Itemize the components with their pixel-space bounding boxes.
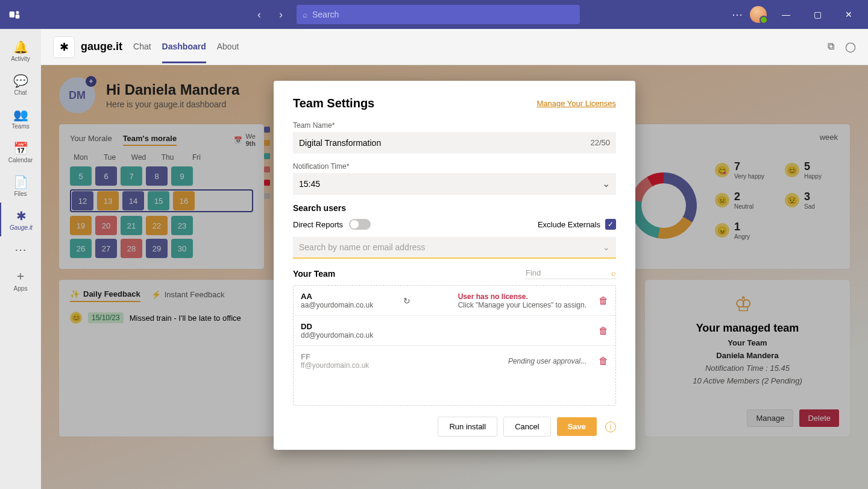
svg-rect-2 xyxy=(16,14,20,19)
gauge-app-icon: ✱ xyxy=(16,209,27,223)
titlebar: ‹ › ⌕ Search ⋯ — ▢ ✕ xyxy=(0,0,868,29)
exclude-externals-label: Exclude Externals xyxy=(538,220,600,229)
rail-files[interactable]: 📄Files xyxy=(0,169,41,203)
team-member-row: FFff@yourdomain.co.ukPending user approv… xyxy=(294,346,615,376)
bell-icon: 🔔 xyxy=(13,40,28,54)
search-placeholder: Search xyxy=(312,10,339,19)
save-button[interactable]: Save xyxy=(557,417,597,436)
svg-rect-0 xyxy=(10,11,14,17)
team-name-label: Team Name* xyxy=(293,121,616,130)
direct-reports-label: Direct Reports xyxy=(293,220,343,229)
nav-forward-icon[interactable]: › xyxy=(272,6,289,23)
window-close-icon[interactable]: ✕ xyxy=(837,2,861,27)
modal-title: Team Settings xyxy=(293,96,374,110)
file-icon: 📄 xyxy=(13,175,28,189)
tab-chat[interactable]: Chat xyxy=(133,31,151,63)
notif-time-select[interactable]: 15:45 xyxy=(293,173,616,195)
user-search-input[interactable]: Search by name or email address xyxy=(293,237,616,259)
app-header: ✱ gauge.it Chat Dashboard About ⧉ ◯ xyxy=(41,29,868,65)
search-users-heading: Search users xyxy=(293,203,616,213)
team-name-input[interactable]: Digital Transformation 22/50 xyxy=(293,132,616,154)
exclude-externals-checkbox[interactable]: ✓ xyxy=(605,219,616,230)
rail-more[interactable]: ⋯ xyxy=(0,236,41,263)
app-logo-icon: ✱ xyxy=(53,36,75,58)
plus-icon: ＋ xyxy=(14,268,27,284)
team-members-list: AAaa@yourdomain.co.uk↻User has no licens… xyxy=(293,285,616,406)
refresh-icon[interactable]: ◯ xyxy=(845,41,856,52)
team-member-row: DDdd@yourdomain.co.uk🗑 xyxy=(294,316,615,346)
chat-icon: 💬 xyxy=(13,74,28,88)
info-icon[interactable]: i xyxy=(605,421,616,432)
refresh-icon[interactable]: ↻ xyxy=(403,296,410,306)
window-minimize-icon[interactable]: — xyxy=(774,2,798,27)
team-settings-modal: Team Settings Manage Your Licenses Team … xyxy=(274,81,635,450)
more-options-icon[interactable]: ⋯ xyxy=(732,8,743,21)
window-maximize-icon[interactable]: ▢ xyxy=(805,2,829,27)
rail-teams[interactable]: 👥Teams xyxy=(0,101,41,135)
tab-about[interactable]: About xyxy=(217,31,239,63)
cancel-button[interactable]: Cancel xyxy=(503,417,550,437)
calendar-icon: 📅 xyxy=(13,141,28,156)
manage-licenses-link[interactable]: Manage Your Licenses xyxy=(536,99,616,108)
your-team-heading: Your Team xyxy=(293,269,335,279)
rail-chat[interactable]: 💬Chat xyxy=(0,68,41,101)
delete-member-icon[interactable]: 🗑 xyxy=(599,295,608,306)
search-icon: ⌕ xyxy=(611,268,616,277)
direct-reports-toggle[interactable] xyxy=(349,219,371,230)
people-icon: 👥 xyxy=(13,107,28,122)
delete-member-icon[interactable]: 🗑 xyxy=(599,356,608,367)
nav-back-icon[interactable]: ‹ xyxy=(251,6,268,23)
user-avatar[interactable] xyxy=(750,6,767,23)
notif-time-label: Notification Time* xyxy=(293,162,616,171)
find-member-input[interactable]: Find ⌕ xyxy=(526,268,616,279)
teams-logo-icon xyxy=(7,7,22,22)
modal-overlay: Team Settings Manage Your Licenses Team … xyxy=(41,65,868,489)
main-content: DM Hi Daniela Mandera Here is your gauge… xyxy=(41,65,868,489)
svg-point-1 xyxy=(16,11,19,14)
tab-dashboard[interactable]: Dashboard xyxy=(162,31,206,63)
global-search-input[interactable]: ⌕ Search xyxy=(297,5,580,24)
rail-calendar[interactable]: 📅Calendar xyxy=(0,135,41,169)
search-icon: ⌕ xyxy=(303,10,307,19)
popout-icon[interactable]: ⧉ xyxy=(828,41,834,52)
rail-gaugeit[interactable]: ✱Gauge.it xyxy=(0,203,41,236)
rail-apps[interactable]: ＋Apps xyxy=(0,263,41,297)
ellipsis-icon: ⋯ xyxy=(14,242,27,257)
rail-activity[interactable]: 🔔Activity xyxy=(0,34,41,68)
left-rail: 🔔Activity 💬Chat 👥Teams 📅Calendar 📄Files … xyxy=(0,29,41,489)
delete-member-icon[interactable]: 🗑 xyxy=(599,326,608,336)
team-member-row: AAaa@yourdomain.co.uk↻User has no licens… xyxy=(294,286,615,316)
run-install-button[interactable]: Run install xyxy=(438,417,497,437)
app-name: gauge.it xyxy=(81,40,122,53)
